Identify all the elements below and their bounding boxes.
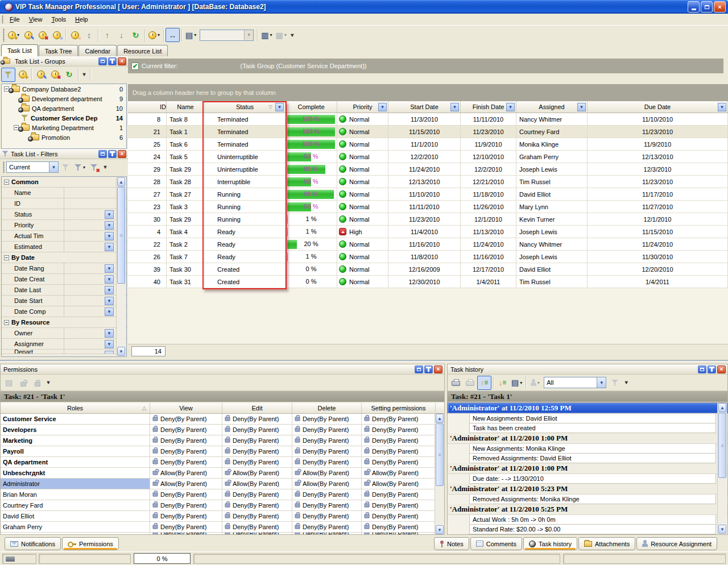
perm-view-cell[interactable]: Deny(By Parent) [150,435,222,446]
group-by-bar[interactable]: Drag a column header here to group by th… [128,84,728,101]
perm-view-cell[interactable]: Deny(By Parent) [150,500,222,510]
permissions-scrollbar[interactable]: ▲ ▼ [435,414,444,534]
history-entry-header[interactable]: 'Administrator' at 11/2/2010 1:00 PM [448,433,727,444]
scroll-up-icon[interactable]: ▲ [436,414,444,423]
permission-row[interactable]: David ElliotDeny(By Parent)Deny(By Paren… [1,511,444,522]
perm-edit-cell[interactable]: Deny(By Parent) [222,522,292,532]
delete-group-button[interactable]: ✖ [48,68,62,82]
copy-permissions-button[interactable]: ▤ [2,376,16,390]
filter-row[interactable]: Estimated▼ [2,242,126,252]
column-filter-button[interactable]: ▼ [718,103,726,111]
filter-dropdown-button[interactable]: ▼ [105,297,114,305]
role-cell[interactable]: Marketing [1,435,150,446]
task-row[interactable]: 4Task 4Ready1 %High11/4/201011/13/2010Jo… [128,226,728,238]
column-filter-button[interactable]: ▼ [577,103,586,111]
tab-attachments[interactable]: Attachments [578,537,635,550]
view-options-button[interactable]: ▦▾ [274,28,288,42]
task-notes-button[interactable]: ≡ [49,28,64,42]
permission-row[interactable]: DevelopersDeny(By Parent)Deny(By Parent)… [1,425,444,435]
perm-setting-cell[interactable]: Deny(By Parent) [362,414,436,424]
perm-view-cell[interactable]: Deny(By Parent) [150,522,222,532]
perm-view-cell[interactable]: Deny(By Parent) [150,414,222,424]
filter-dropdown-button[interactable]: ▼ [105,351,114,354]
perm-view-cell[interactable]: Deny(By Parent) [150,446,222,456]
restore-button[interactable] [701,1,713,13]
perm-column-header-setting-permissions[interactable]: Setting permissions [362,403,436,413]
permission-row[interactable]: QA departmentDeny(By Parent)Deny(By Pare… [1,457,444,468]
history-scrollbar[interactable]: ▲ ▼ [717,403,727,534]
filter-row[interactable]: Date Rang▼ [2,263,126,274]
role-cell[interactable]: Brian Moran [1,489,150,500]
task-row[interactable]: 22Task 2Ready20 %Normal11/16/201011/24/2… [128,238,728,251]
minimize-button[interactable] [688,1,700,13]
more-button[interactable]: ▾ [101,160,109,175]
perm-setting-cell[interactable]: Deny(By Parent) [362,435,436,446]
filter-toggle-button[interactable] [1,68,15,82]
groups-restore-button[interactable] [98,57,107,65]
history-pin-button[interactable] [708,365,716,373]
filter-dropdown-button[interactable]: ▼ [105,243,114,251]
more-button[interactable]: ▾ [80,68,88,82]
chevron-down-icon[interactable]: ▼ [244,30,253,40]
sort-ascending-button[interactable]: ↑≡ [477,376,491,390]
filter-dropdown-button[interactable]: ▼ [105,275,114,284]
perm-view-cell[interactable]: Deny(By Parent) [150,533,222,534]
history-entry-header[interactable]: 'Administrator' at 11/2/2010 5:23 PM [448,484,727,495]
perm-delete-cell[interactable]: Deny(By Parent) [292,533,362,534]
move-up-button[interactable]: ↑ [100,28,114,42]
lock-permissions-button[interactable] [30,376,44,390]
filter-row[interactable]: Depart▼ [2,350,126,354]
column-header-status[interactable]: Status▽▼ [205,101,286,113]
filter-row[interactable]: Date Last▼ [2,285,126,296]
column-filter-button[interactable]: ▼ [450,103,459,111]
group-by-menu-button[interactable]: ▤▾ [510,376,524,390]
perm-delete-cell[interactable]: Allow(By Parent) [292,479,362,489]
sort-descending-button[interactable]: ↓≡ [495,376,510,390]
task-row[interactable]: 8Task 8Terminated100 %Normal11/3/201011/… [128,113,728,126]
perm-setting-cell[interactable]: Deny(By Parent) [362,489,436,500]
filters-scrollbar[interactable]: ▲ ▼ [116,177,126,356]
scrollbar-thumb[interactable] [117,187,125,284]
filter-section-header[interactable]: −Common [2,177,126,188]
move-down-button[interactable]: ↓ [114,28,129,42]
filter-dropdown-button[interactable]: ▼ [105,232,114,240]
save-filter-button[interactable]: ▾ [73,160,87,175]
refresh-button[interactable]: ↻ [129,28,143,42]
groups-close-button[interactable]: × [118,57,126,65]
filter-dropdown-button[interactable]: ▼ [105,221,114,230]
tab-resource-list[interactable]: Resource List [117,45,168,56]
perm-view-cell[interactable]: Deny(By Parent) [150,489,222,500]
perm-column-header-roles[interactable]: Roles△ [1,403,150,413]
filter-checkbox[interactable]: ✔ [131,63,139,70]
clear-filter-button[interactable]: ✖ [87,160,101,175]
task-row[interactable]: 39Task 30Created0 %Normal12/16/200912/17… [128,263,728,276]
perm-view-cell[interactable]: Deny(By Parent) [150,425,222,435]
role-cell[interactable]: Administrator [1,479,150,489]
column-header-finish-date[interactable]: Finish Date▼ [461,101,516,113]
more-button[interactable]: ▾ [622,376,630,390]
perm-view-cell[interactable]: Allow(By Parent) [150,468,222,478]
filter-row[interactable]: Date Creat▼ [2,274,126,285]
filter-dropdown-button[interactable]: ▼ [105,308,114,316]
task-row[interactable]: 21Task 1Terminated100 %Normal11/15/20101… [128,126,728,138]
tab-resource-assignment[interactable]: Resource Assignment [636,537,717,550]
tab-permissions[interactable]: Permissions [62,537,119,550]
history-entry-header[interactable]: 'Administrator' at 11/2/2010 1:00 PM [448,463,727,474]
perm-setting-cell[interactable]: Allow(By Parent) [362,479,436,489]
toolbar-grip[interactable] [3,28,5,41]
permissions-close-button[interactable]: × [434,365,442,373]
print-button[interactable] [449,376,463,390]
column-filter-button[interactable]: ▼ [378,103,387,111]
column-header-due-date[interactable]: Due Date▼ [588,101,728,113]
filter-row[interactable]: Status▼ [2,209,126,220]
role-cell[interactable]: Unbeschrдnkt [1,468,150,478]
perm-edit-cell[interactable]: Deny(By Parent) [222,500,292,510]
perm-column-header-delete[interactable]: Delete [292,403,362,413]
perm-setting-cell[interactable]: Deny(By Parent) [362,446,436,456]
refresh-button[interactable]: ↻ [62,68,76,82]
column-filter-button[interactable]: ▼ [506,103,515,111]
menu-grip[interactable] [2,15,3,23]
permission-row[interactable]: Graham PerryDeny(By Parent)Deny(By Paren… [1,522,444,533]
filter-row[interactable]: Date Start▼ [2,296,126,306]
perm-delete-cell[interactable]: Deny(By Parent) [292,435,362,446]
